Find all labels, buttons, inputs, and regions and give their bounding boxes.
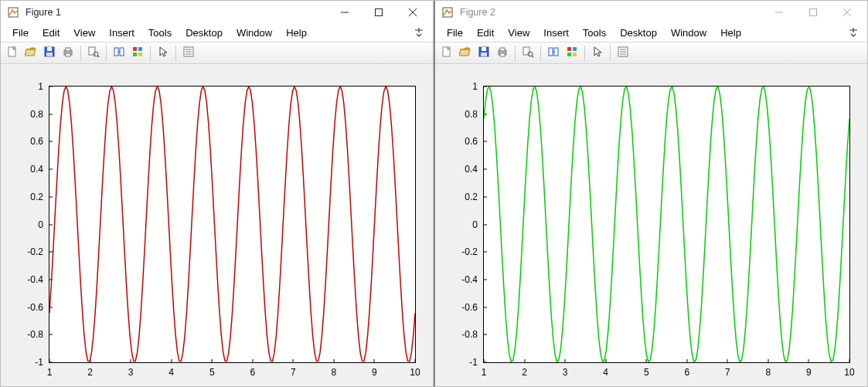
print-preview-button[interactable]	[85, 45, 102, 62]
toolbar-separator	[540, 46, 541, 61]
x-tick-label: 4	[168, 367, 174, 378]
x-tick-label: 8	[766, 367, 771, 378]
open-button[interactable]	[22, 45, 39, 62]
cursor-icon	[591, 46, 604, 60]
minimize-button[interactable]	[328, 1, 362, 24]
svg-rect-2	[376, 9, 383, 16]
x-tick-label: 2	[522, 367, 527, 378]
open-icon	[25, 46, 37, 60]
color-legend-button[interactable]	[129, 45, 146, 62]
svg-rect-28	[810, 9, 817, 16]
x-tick-label: 5	[209, 367, 215, 378]
menubar: FileEditViewInsertToolsDesktopWindowHelp	[1, 24, 433, 42]
properties-icon	[617, 46, 629, 60]
save-button[interactable]	[41, 45, 58, 62]
cursor-button[interactable]	[155, 45, 172, 62]
print-icon	[62, 46, 74, 60]
y-tick-label: 1	[472, 81, 478, 92]
menu-insert[interactable]: Insert	[102, 25, 141, 41]
svg-rect-36	[500, 48, 505, 51]
y-tick-label: 0	[38, 219, 43, 230]
x-tick-label: 2	[87, 367, 93, 378]
axes[interactable]: -1-0.8-0.6-0.4-0.200.20.40.60.8112345678…	[49, 86, 416, 363]
titlebar[interactable]: Figure 2	[435, 1, 867, 24]
toolbar-separator	[80, 46, 81, 61]
print-button[interactable]	[494, 45, 511, 62]
y-tick-label: 1	[38, 81, 43, 92]
toolbar	[1, 42, 433, 64]
axes[interactable]: -1-0.8-0.6-0.4-0.200.20.40.60.8112345678…	[483, 86, 850, 363]
new-button[interactable]	[4, 45, 21, 62]
x-tick-label: 6	[684, 367, 689, 378]
toolbar	[435, 42, 867, 64]
maximize-button[interactable]	[362, 1, 396, 24]
x-tick-label: 9	[372, 367, 377, 378]
properties-button[interactable]	[180, 45, 197, 62]
y-tick-label: -0.2	[27, 246, 43, 257]
menu-file[interactable]: File	[440, 25, 470, 41]
menu-help[interactable]: Help	[713, 25, 748, 41]
new-button[interactable]	[438, 45, 455, 62]
print-button[interactable]	[60, 45, 77, 62]
menu-desktop[interactable]: Desktop	[613, 25, 664, 41]
svg-rect-34	[481, 53, 487, 56]
y-tick-label: 0.6	[30, 136, 43, 147]
color-legend-button[interactable]	[563, 45, 580, 62]
menu-file[interactable]: File	[5, 25, 36, 41]
svg-rect-18	[133, 47, 137, 51]
menu-edit[interactable]: Edit	[36, 25, 66, 41]
svg-rect-8	[46, 53, 53, 56]
y-tick-label: -1	[469, 357, 478, 368]
menu-tools[interactable]: Tools	[576, 25, 613, 41]
link-axes-button[interactable]	[545, 45, 562, 62]
save-icon	[478, 46, 490, 60]
svg-rect-46	[567, 53, 571, 56]
properties-button[interactable]	[614, 45, 631, 62]
dock-icon[interactable]	[410, 24, 428, 42]
menu-desktop[interactable]: Desktop	[179, 25, 230, 41]
menu-window[interactable]: Window	[664, 25, 713, 41]
save-button[interactable]	[475, 45, 492, 62]
cursor-button[interactable]	[589, 45, 606, 62]
link-axes-icon	[113, 46, 125, 60]
x-tick-label: 6	[250, 367, 255, 378]
plot-area[interactable]: -1-0.8-0.6-0.4-0.200.20.40.60.8112345678…	[1, 64, 433, 386]
x-tick-label: 7	[291, 367, 296, 378]
y-tick-label: 0.4	[30, 164, 43, 175]
svg-rect-37	[500, 53, 505, 56]
toolbar-separator	[106, 46, 107, 61]
menu-insert[interactable]: Insert	[536, 25, 576, 41]
close-button[interactable]	[830, 1, 864, 24]
print-preview-icon	[522, 46, 534, 60]
x-tick-label: 4	[603, 367, 608, 378]
svg-rect-38	[523, 47, 529, 55]
menu-view[interactable]: View	[501, 25, 536, 41]
app-icon	[7, 6, 19, 19]
properties-icon	[182, 46, 195, 60]
open-button[interactable]	[457, 45, 474, 62]
series-line	[49, 87, 415, 362]
titlebar[interactable]: Figure 1	[1, 1, 433, 24]
close-button[interactable]	[396, 1, 430, 24]
y-tick-label: -0.4	[461, 274, 478, 285]
minimize-button[interactable]	[762, 1, 796, 24]
maximize-button[interactable]	[796, 1, 830, 24]
dock-icon[interactable]	[844, 24, 863, 42]
svg-rect-11	[66, 53, 70, 56]
x-tick-label: 9	[806, 367, 812, 378]
toolbar-separator	[150, 46, 151, 61]
menu-edit[interactable]: Edit	[470, 25, 501, 41]
y-tick-label: 0.2	[30, 192, 43, 202]
menu-tools[interactable]: Tools	[141, 25, 179, 41]
svg-rect-47	[573, 53, 577, 56]
svg-rect-33	[482, 47, 486, 51]
x-tick-label: 3	[563, 367, 568, 378]
x-tick-label: 10	[410, 367, 420, 378]
link-axes-button[interactable]	[111, 45, 128, 62]
print-preview-button[interactable]	[519, 45, 536, 62]
save-icon	[43, 46, 56, 60]
menu-help[interactable]: Help	[279, 25, 314, 41]
menu-window[interactable]: Window	[230, 25, 279, 41]
plot-area[interactable]: -1-0.8-0.6-0.4-0.200.20.40.60.8112345678…	[435, 64, 867, 386]
menu-view[interactable]: View	[66, 25, 102, 41]
